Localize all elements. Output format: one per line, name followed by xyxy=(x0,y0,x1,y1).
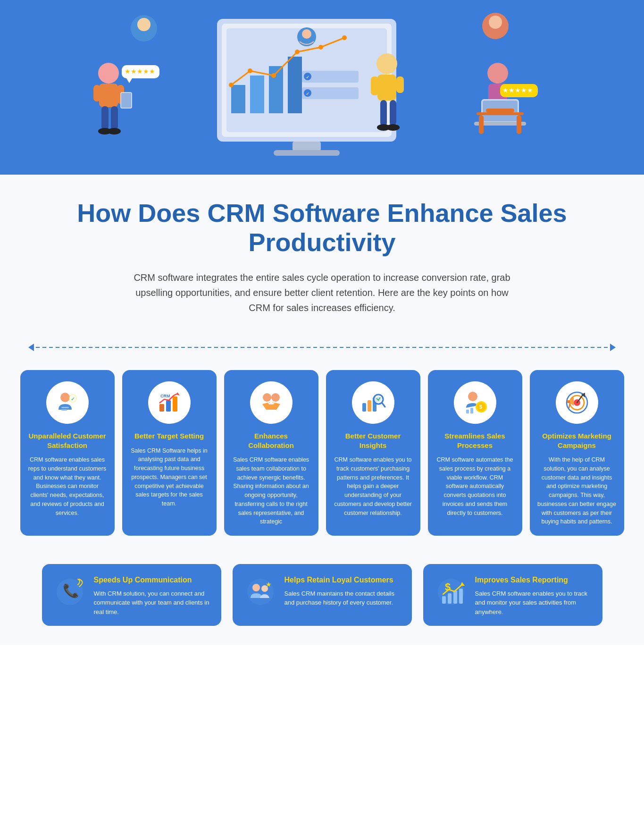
svg-point-71 xyxy=(263,393,271,402)
card-icon-unparalleled: ✓ xyxy=(46,381,89,424)
svg-rect-101 xyxy=(453,590,457,604)
svg-line-78 xyxy=(382,403,385,407)
svg-point-79 xyxy=(468,392,477,401)
svg-point-77 xyxy=(376,396,381,402)
svg-text:★: ★ xyxy=(266,581,272,588)
retain-svg: ★ xyxy=(244,575,277,608)
bottom-card-body-communication: With CRM solution, you can connect and c… xyxy=(94,589,210,617)
person-checkmark-icon: ✓ xyxy=(55,390,80,415)
bottom-card-title-reporting: Improves Sales Reporting xyxy=(475,575,591,585)
bottom-card-title-communication: Speeds Up Communication xyxy=(94,575,210,585)
bottom-card-communication: 📞 Speeds Up Communication With CRM solut… xyxy=(42,564,221,626)
svg-rect-90 xyxy=(567,400,570,403)
handshake-icon xyxy=(259,390,284,415)
svg-rect-100 xyxy=(448,593,452,604)
bottom-card-title-retain: Helps Retain Loyal Customers xyxy=(284,575,401,585)
card-title-collaboration: Enhances Collaboration xyxy=(232,431,311,450)
svg-rect-5 xyxy=(250,76,264,113)
bottom-card-retain: ★ Helps Retain Loyal Customers Sales CRM… xyxy=(233,564,412,626)
svg-rect-4 xyxy=(231,85,245,113)
svg-rect-46 xyxy=(479,115,484,134)
card-icon-collaboration xyxy=(250,381,293,424)
svg-rect-66 xyxy=(159,404,164,412)
reporting-svg: $ xyxy=(435,575,468,608)
card-streamlines-sales: $ Streamlines Sales Processes CRM softwa… xyxy=(428,370,522,536)
arrow-right-icon xyxy=(610,344,616,351)
svg-point-51 xyxy=(489,16,502,29)
arrow-left-icon xyxy=(28,344,34,351)
svg-point-11 xyxy=(295,50,300,54)
card-body-collaboration: Sales CRM software enables sales team co… xyxy=(232,455,311,526)
svg-point-8 xyxy=(229,83,234,87)
svg-rect-55 xyxy=(396,76,404,93)
svg-rect-65 xyxy=(61,409,67,411)
bottom-card-body-retain: Sales CRM maintains the contact details … xyxy=(284,589,401,607)
card-body-marketing: With the help of CRM solution, you can a… xyxy=(537,455,617,526)
hero-illustration: ✓ ✓ ★★★★★ xyxy=(0,0,644,175)
svg-text:CRM: CRM xyxy=(160,394,170,398)
svg-point-94 xyxy=(252,584,260,591)
hero-section: ✓ ✓ ★★★★★ xyxy=(0,0,644,175)
svg-rect-20 xyxy=(293,142,321,151)
svg-marker-70 xyxy=(176,392,180,396)
svg-point-38 xyxy=(137,18,151,31)
svg-text:★★★★★: ★★★★★ xyxy=(125,67,155,75)
card-title-marketing: Optimizes Marketing Campaigns xyxy=(537,431,617,450)
svg-point-10 xyxy=(271,73,276,78)
card-title-target: Better Target Setting xyxy=(134,431,204,441)
arrow-line xyxy=(36,347,608,348)
svg-rect-74 xyxy=(368,400,371,412)
communication-svg: 📞 xyxy=(53,575,86,608)
svg-point-39 xyxy=(487,63,508,84)
card-body-unparalleled: CRM software enables sales reps to under… xyxy=(28,455,107,517)
card-body-target: Sales CRM Software helps in analysing pa… xyxy=(130,446,209,508)
bottom-card-reporting: $ Improves Sales Reporting Sales CRM sof… xyxy=(423,564,602,626)
bottom-row: 📞 Speeds Up Communication With CRM solut… xyxy=(19,564,625,626)
people-star-icon: ★ xyxy=(244,575,277,608)
card-enhances-collaboration: Enhances Collaboration Sales CRM softwar… xyxy=(224,370,318,536)
svg-rect-68 xyxy=(173,396,177,412)
main-title: How Does CRM Software Enhance Sales Prod… xyxy=(57,198,587,257)
svg-rect-44 xyxy=(486,109,514,112)
svg-point-52 xyxy=(376,53,397,74)
svg-rect-45 xyxy=(477,112,524,115)
svg-rect-26 xyxy=(93,85,100,101)
svg-rect-7 xyxy=(288,57,302,113)
svg-rect-53 xyxy=(377,75,396,101)
card-better-target-setting: CRM Better Target Setting Sales CRM Soft… xyxy=(122,370,217,536)
svg-rect-29 xyxy=(121,93,131,108)
svg-rect-54 xyxy=(371,76,378,95)
svg-rect-57 xyxy=(390,100,396,126)
bottom-card-content-communication: Speeds Up Communication With CRM solutio… xyxy=(94,575,210,616)
svg-point-59 xyxy=(386,124,400,131)
svg-rect-31 xyxy=(111,106,118,130)
card-better-customer-insights: Better Customer Insights CRM software en… xyxy=(326,370,420,536)
svg-point-33 xyxy=(108,128,121,135)
card-icon-target-setting: CRM xyxy=(148,381,191,424)
svg-rect-84 xyxy=(470,408,473,413)
phone-network-icon: 📞 xyxy=(53,575,86,608)
bottom-card-body-reporting: Sales CRM software enables you to track … xyxy=(475,589,591,617)
svg-text:$: $ xyxy=(479,404,482,410)
svg-rect-21 xyxy=(274,150,340,156)
bottom-card-content-retain: Helps Retain Loyal Customers Sales CRM m… xyxy=(284,575,401,607)
svg-point-13 xyxy=(342,35,347,40)
card-title-insights: Better Customer Insights xyxy=(334,431,413,450)
svg-point-12 xyxy=(318,45,323,50)
card-title-streamlines: Streamlines Sales Processes xyxy=(435,431,515,450)
bottom-section: 📞 Speeds Up Communication With CRM solut… xyxy=(0,555,644,645)
svg-text:$: $ xyxy=(445,581,451,593)
svg-rect-99 xyxy=(442,596,446,604)
svg-rect-30 xyxy=(101,106,109,130)
card-body-insights: CRM software enables you to track custom… xyxy=(334,455,413,517)
subtitle: CRM software integrates the entire sales… xyxy=(129,270,516,315)
svg-point-9 xyxy=(248,68,252,73)
cards-row: ✓ Unparalleled Customer Satisfaction CRM… xyxy=(19,370,625,536)
magnifier-chart-icon xyxy=(360,390,386,415)
card-title-unparalleled: Unparalleled Customer Satisfaction xyxy=(28,431,107,450)
card-optimizes-marketing: Optimizes Marketing Campaigns With the h… xyxy=(530,370,624,536)
svg-point-60 xyxy=(60,393,70,402)
svg-rect-64 xyxy=(61,407,69,408)
svg-rect-73 xyxy=(362,403,366,412)
card-icon-marketing xyxy=(556,381,598,424)
